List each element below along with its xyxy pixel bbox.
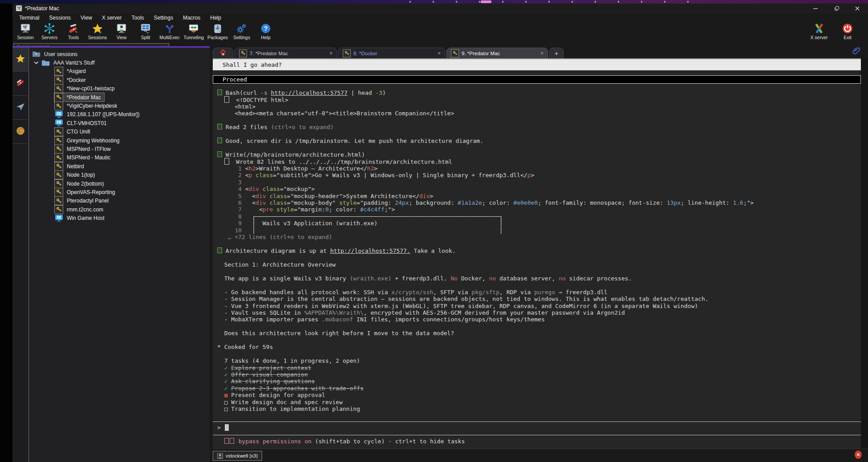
tab-close-icon[interactable]: × [540,50,544,57]
alert-close-icon[interactable]: ✕ [855,450,862,459]
minimize-button[interactable] [806,4,825,13]
menu-item-help[interactable]: Help [205,14,226,22]
terminal-text: Propose 2-3 approaches with trade-offs [231,385,363,392]
tree-item-vigilcyber-helpdesk[interactable]: *VigilCyber-Helpdesk [29,101,210,110]
toolbar-button-session[interactable]: Session [13,22,37,42]
menu-item-terminal[interactable]: Terminal [14,14,44,22]
assistant-bullet-icon [217,247,222,253]
toolbar-button-x-server[interactable]: X server [805,22,833,40]
tab-close-icon[interactable]: × [438,50,441,57]
maximize-button[interactable] [827,4,847,13]
toolbar-button-exit[interactable]: Exit [833,22,862,40]
tree-item-mspnerd-itflow[interactable]: MSPNerd - ITFlow [29,145,210,153]
tree-item-label: AAA Vantz's Stuff [53,60,95,66]
terminal-link[interactable]: http://localhost:57577 [271,89,348,96]
tree-item-docker[interactable]: *Docker [29,76,210,84]
tab-7-predator-mac[interactable]: 7. *Predator Mac× [235,48,337,58]
tree-item-openvas-reporting[interactable]: OpenVAS-Reporting [29,188,210,196]
terminal-text: Write(/tmp/brainstorm/architecture.html) [222,151,365,158]
tree-item-clt-vmhost01[interactable]: CLT-VMHOST01 [29,119,210,127]
terminal-link[interactable]: http://localhost:57577. [330,247,410,254]
toolbar-button-servers[interactable]: Servers [37,22,61,42]
tree-item-win-game-host[interactable]: Win Game Host [29,214,210,222]
terminal-text: class [256,172,273,178]
tree-item-aaa-vantz-s-stuff[interactable]: AAA Vantz's Stuff [29,58,210,67]
tree-item-pterodactyl-panel[interactable]: Pterodactyl Panel [29,197,210,205]
proceed-option[interactable]: Proceed [213,75,861,84]
terminal[interactable]: Shall I go ahead?Proceed Bash(curl -s ht… [213,58,861,449]
toolbar-button-settings[interactable]: Settings [230,22,254,42]
tree-item-label: Netbird [67,163,84,170]
terminal-text: │ Wails v3 Application (wraith.exe) │ [245,220,503,227]
key-icon [54,162,63,171]
terminal-text: x/crypto/ssh [391,289,433,296]
toolbar-button-help[interactable]: ?Help [254,22,278,42]
tree-item-node-1-top[interactable]: Node 1(top) [29,170,210,179]
terminal-text: sidecar processes. [566,275,632,282]
tab-home[interactable] [213,48,233,58]
close-button[interactable] [848,4,867,13]
terminal-text: ;"> [385,206,395,213]
tab-close-icon[interactable]: × [329,50,333,57]
terminal-text: .mobaconf [322,316,353,323]
tree-item-new-cp01-heistacp[interactable]: *New-cp01-heistacp [29,85,210,93]
chevron-down-icon[interactable] [34,61,39,65]
menu-item-sessions[interactable]: Sessions [44,14,76,22]
key-icon [239,49,247,57]
menu-item-settings[interactable]: Settings [149,14,178,22]
toolbar-label: Tools [68,35,79,40]
terminal-text [217,438,224,445]
terminal-line: Write(/tmp/brainstorm/architecture.html) [213,151,861,158]
toolbar-button-tools[interactable]: Tools [61,22,85,42]
tree-item-ctg-unifi[interactable]: CTG Unifi [29,128,210,136]
user-icon [217,453,223,459]
tree-item-predator-mac[interactable]: *Predator Mac [29,93,210,101]
terminal-scrollbar[interactable] [861,58,868,449]
tree-item-label: MSPNerd - Mautic [67,154,110,161]
terminal-text: ;"> [743,199,754,206]
menu-item-macros[interactable]: Macros [178,14,205,22]
toolbar-button-split[interactable]: Split [134,22,158,42]
key-icon [54,93,63,102]
output-marker-icon [224,96,229,103]
tree-item-core: OpenVAS-Reporting [54,188,118,196]
tree-item-label: rmm.t2cnc.com [67,207,103,213]
terminal-text: h2 [367,165,374,172]
sidebar-rail-remote[interactable] [12,120,28,144]
toolbar-button-tunneling[interactable]: Tunneling [182,22,206,42]
tab-8-docker[interactable]: 8. *Docker× [338,48,445,58]
attachments-icon[interactable] [852,46,861,55]
sidebar-rail-macros[interactable] [12,96,28,120]
assistant-bullet-icon [217,89,222,95]
toolbar-label: MultiExec [159,35,180,40]
terminal-text: Architecture diagram is up at [222,247,330,254]
tree-item-192-168-1-107-ups-monitor[interactable]: 192.168.1.107 ([UPS-Monitor]) [29,110,210,119]
sidebar-rail-sessions[interactable] [12,48,28,72]
menu-item-x-server[interactable]: X server [97,14,127,22]
new-tab-button[interactable]: + [549,48,564,58]
menu-item-view[interactable]: View [76,14,97,22]
sidebar-rail-tools[interactable] [12,72,28,96]
terminal-text: ; background: [409,199,458,206]
terminal-text [273,206,276,213]
tree-item-mspnerd-mautic[interactable]: MSPNerd - Mautic [29,154,210,162]
tab-bar: 7. *Predator Mac×8. *Docker×9. *Predator… [213,48,564,58]
tree-item-greyming-webhosting[interactable]: Greyming Webhosting [29,136,210,145]
user-session-button[interactable]: vstockwell (x3) [213,451,262,461]
tree-item-netbird[interactable]: Netbird [29,162,210,170]
terminal-text: ┌───────────────────────────────────────… [245,213,503,220]
tree-item-core: Node 1(top) [54,171,98,179]
tab-9-predator-mac[interactable]: 9. *Predator Mac× [446,48,548,58]
toolbar-button-multiexec[interactable]: MultiExec [158,22,182,42]
toolbar-button-view[interactable]: View [110,22,134,42]
tree-item-rmm-t2cnc-com[interactable]: rmm.t2cnc.com [29,205,210,214]
tree-item-asgard[interactable]: *Asgard [29,67,210,76]
tree-item-user-sessions[interactable]: User sessions [29,50,210,58]
menu-item-tools[interactable]: Tools [127,14,149,22]
tree-item-node-2-bottom[interactable]: Node 2(bottom) [29,179,210,188]
key-icon [54,136,63,145]
tree-item-label: Pterodactyl Panel [67,198,109,204]
toolbar-button-sessions[interactable]: Sessions [85,22,110,42]
terminal-text: → freerdp3.dll [555,289,607,296]
toolbar-button-packages[interactable]: Packages [206,22,230,42]
